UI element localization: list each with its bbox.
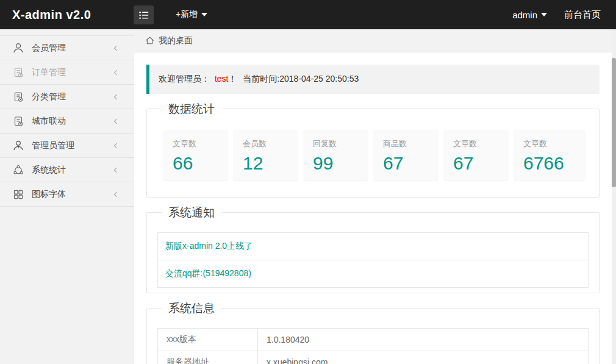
notice-link-qq-group[interactable]: 交流qq群:(519492808) [165, 268, 251, 278]
admin-user-icon [12, 140, 24, 152]
stat-cards-row: 文章数 66 会员数 12 回复数 99 商品数 67 文章数 67 [147, 109, 599, 197]
stat-label: 文章数 [523, 138, 585, 149]
chevron-left-icon [111, 116, 121, 126]
sidebar-item-label: 城市联动 [32, 116, 111, 127]
order-icon [12, 66, 24, 79]
notice-link-release[interactable]: 新版x-admin 2.0上线了 [165, 241, 252, 251]
table-row: 新版x-admin 2.0上线了 [158, 233, 589, 260]
stat-label: 文章数 [453, 138, 508, 149]
system-info-table: xxx版本 1.0.180420 服务器地址 x.xuebingsi.com [157, 328, 589, 364]
sidebar-item-icon-fonts[interactable]: 图标字体 [0, 182, 134, 207]
chevron-left-icon [111, 92, 121, 102]
chevron-left-icon [111, 141, 121, 151]
breadcrumb: 我的桌面 [134, 29, 612, 52]
stats-icon [12, 164, 24, 176]
caret-down-icon [541, 13, 547, 16]
stat-label: 商品数 [383, 138, 438, 149]
chevron-left-icon [111, 43, 121, 53]
sidebar-item-label: 图标字体 [32, 189, 111, 200]
main-area: 我的桌面 欢迎管理员： test！ 当前时间:2018-04-25 20:50:… [134, 29, 612, 364]
menu-toggle-button[interactable] [134, 5, 154, 24]
add-new-dropdown[interactable]: +新增 [176, 0, 207, 29]
table-row: xxx版本 1.0.180420 [158, 329, 589, 351]
grid-icon [12, 188, 24, 201]
stat-value: 12 [243, 153, 298, 174]
stat-card-articles: 文章数 66 [163, 130, 227, 180]
frontend-home-link[interactable]: 前台首页 [564, 9, 601, 21]
category-icon [12, 91, 24, 103]
admin-user-dropdown[interactable]: admin [512, 10, 547, 20]
notices-panel: 系统通知 新版x-admin 2.0上线了 交流qq群:(519492808) [146, 212, 600, 293]
sidebar: 会员管理 订单管理 [0, 29, 134, 364]
sidebar-item-members[interactable]: 会员管理 [0, 36, 134, 60]
sidebar-item-admins[interactable]: 管理员管理 [0, 134, 134, 158]
scrollbar-thumb[interactable] [612, 58, 616, 187]
stat-value: 99 [313, 153, 368, 174]
stat-card-products: 商品数 67 [374, 130, 438, 180]
welcome-current-time: 当前时间:2018-04-25 20:50:53 [243, 74, 359, 84]
stat-card-articles-3: 文章数 6766 [514, 130, 585, 180]
user-icon [12, 42, 24, 54]
list-menu-icon [138, 11, 149, 20]
stat-value: 6766 [523, 153, 585, 174]
welcome-prefix: 欢迎管理员： [159, 74, 210, 84]
sidebar-item-city-linkage[interactable]: 城市联动 [0, 109, 134, 134]
chevron-left-icon [111, 190, 121, 199]
info-server-label: 服务器地址 [158, 351, 258, 364]
notices-panel-title: 系统通知 [162, 205, 221, 221]
info-version-label: xxx版本 [158, 329, 258, 351]
stat-card-replies: 回复数 99 [304, 130, 368, 180]
stat-value: 66 [173, 153, 227, 174]
welcome-bang: ！ [228, 74, 237, 84]
stats-panel-title: 数据统计 [162, 101, 221, 117]
sidebar-item-label: 订单管理 [32, 67, 111, 78]
stat-label: 回复数 [313, 138, 368, 149]
stat-card-articles-2: 文章数 67 [444, 130, 508, 180]
city-icon [12, 115, 24, 127]
table-row: 服务器地址 x.xuebingsi.com [158, 351, 589, 364]
notice-table: 新版x-admin 2.0上线了 交流qq群:(519492808) [157, 232, 589, 288]
home-icon[interactable] [145, 35, 155, 46]
sidebar-item-categories[interactable]: 分类管理 [0, 85, 134, 109]
table-row: 交流qq群:(519492808) [158, 260, 589, 288]
add-new-label: +新增 [176, 9, 198, 20]
stat-label: 文章数 [173, 138, 227, 149]
admin-username: admin [512, 10, 537, 20]
stat-label: 会员数 [243, 138, 298, 149]
sidebar-item-label: 系统统计 [32, 165, 111, 176]
info-server-value: x.xuebingsi.com [258, 351, 589, 364]
caret-down-icon [201, 13, 207, 16]
breadcrumb-label: 我的桌面 [159, 35, 193, 46]
sidebar-item-label: 分类管理 [32, 91, 111, 102]
sidebar-item-label: 会员管理 [32, 43, 111, 54]
stat-card-members: 会员数 12 [234, 130, 298, 180]
sidebar-item-label: 管理员管理 [32, 140, 111, 151]
stat-value: 67 [383, 153, 438, 174]
chevron-left-icon [111, 68, 121, 77]
top-header: X-admin v2.0 +新增 admin [0, 0, 616, 29]
stats-panel: 数据统计 文章数 66 会员数 12 回复数 99 商品数 67 [146, 109, 600, 198]
system-info-panel-title: 系统信息 [162, 301, 221, 316]
system-info-panel: 系统信息 xxx版本 1.0.180420 服务器地址 x.xuebingsi.… [146, 308, 600, 364]
sidebar-item-statistics[interactable]: 系统统计 [0, 158, 134, 182]
sidebar-item-orders[interactable]: 订单管理 [0, 60, 134, 85]
info-version-value: 1.0.180420 [258, 329, 589, 351]
stat-value: 67 [453, 153, 508, 174]
welcome-banner: 欢迎管理员： test！ 当前时间:2018-04-25 20:50:53 [146, 65, 600, 94]
welcome-username: test [215, 74, 229, 84]
vertical-scrollbar[interactable] [612, 29, 616, 364]
chevron-left-icon [111, 165, 121, 175]
app-logo: X-admin v2.0 [12, 0, 91, 29]
